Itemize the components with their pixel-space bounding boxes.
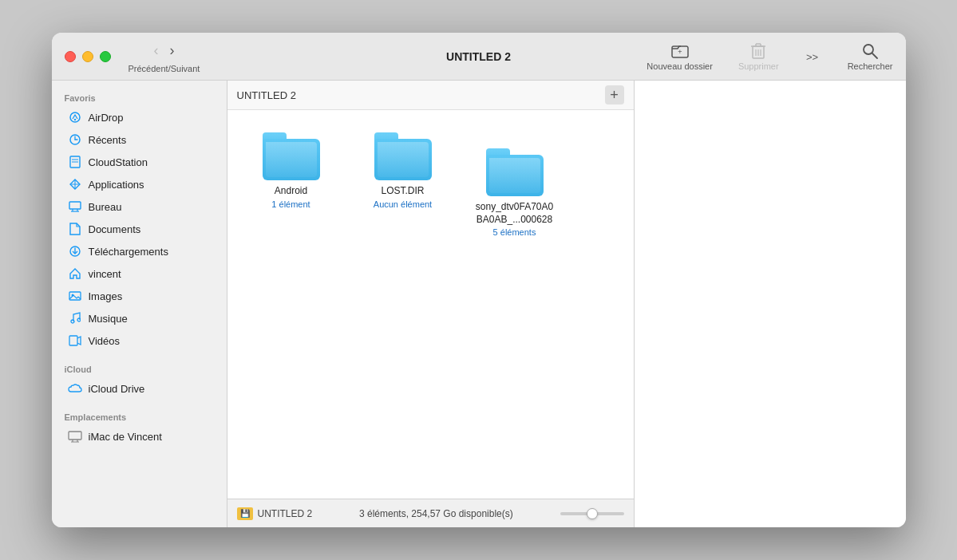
- sidebar-item-recents[interactable]: Récents: [55, 128, 223, 151]
- svg-line-12: [872, 53, 877, 58]
- downloads-icon: [68, 244, 82, 258]
- search-label: Rechercher: [848, 61, 893, 71]
- status-left: 💾 UNTITLED 2: [237, 507, 313, 520]
- search-icon: [861, 42, 879, 60]
- new-folder-action[interactable]: + Nouveau dossier: [647, 42, 713, 71]
- sidebar-item-musique[interactable]: Musique: [55, 307, 223, 329]
- sidebar-item-bureau[interactable]: Bureau: [55, 195, 223, 218]
- sidebar-item-imac[interactable]: iMac de Vincent: [55, 425, 223, 448]
- minimize-button[interactable]: [82, 51, 93, 62]
- icloud-icon: [68, 381, 82, 396]
- close-button[interactable]: [65, 51, 76, 62]
- main-area: Favoris AirDrop Récents CloudSta: [52, 81, 906, 527]
- trash-icon: [751, 42, 765, 60]
- more-icon: >>: [805, 48, 822, 65]
- cloudstation-label: CloudStation: [89, 156, 148, 168]
- home-icon: [68, 266, 82, 281]
- volume-name: UNTITLED 2: [258, 508, 313, 519]
- sidebar-item-airdrop[interactable]: AirDrop: [55, 106, 223, 128]
- file-item-lostdir[interactable]: LOST.DIR Aucun élément: [355, 126, 451, 243]
- svg-rect-29: [69, 292, 81, 300]
- videos-label: Vidéos: [89, 335, 121, 347]
- sidebar-item-icloud-drive[interactable]: iCloud Drive: [55, 377, 223, 400]
- bureau-label: Bureau: [89, 201, 122, 213]
- android-name: Android: [275, 185, 307, 198]
- imac-icon: [68, 429, 82, 444]
- videos-icon: [68, 333, 82, 348]
- svg-point-11: [864, 45, 873, 54]
- icloud-drive-label: iCloud Drive: [89, 383, 145, 395]
- more-action[interactable]: >>: [805, 48, 822, 65]
- images-label: Images: [89, 290, 123, 302]
- back-button[interactable]: ‹: [148, 39, 163, 62]
- zoom-slider[interactable]: [560, 512, 624, 515]
- music-icon: [68, 311, 82, 325]
- fullscreen-button[interactable]: [100, 51, 111, 62]
- delete-action[interactable]: Supprimer: [738, 42, 779, 71]
- musique-label: Musique: [89, 313, 128, 325]
- content-header: UNTITLED 2 +: [227, 81, 634, 110]
- file-item-android[interactable]: Android 1 élément: [243, 126, 339, 243]
- svg-text:>>: >>: [806, 51, 818, 63]
- svg-point-14: [73, 119, 75, 120]
- desktop-icon: [68, 199, 82, 214]
- icloud-header: iCloud: [52, 358, 227, 377]
- toolbar: ‹ › Précédent/Suivant UNTITLED 2 + Nouve…: [52, 33, 906, 81]
- breadcrumb-text: UNTITLED 2: [237, 89, 296, 101]
- lostdir-name: LOST.DIR: [381, 185, 424, 198]
- delete-label: Supprimer: [738, 61, 779, 71]
- traffic-lights: [65, 51, 111, 62]
- applications-label: Applications: [89, 179, 144, 191]
- svg-point-32: [77, 318, 81, 321]
- content-area: UNTITLED 2 + Android 1 élément: [227, 81, 634, 527]
- status-info: 3 éléments, 254,57 Go disponible(s): [359, 508, 513, 519]
- favorites-header: Favoris: [52, 87, 227, 106]
- status-bar: 💾 UNTITLED 2 3 éléments, 254,57 Go dispo…: [227, 499, 634, 527]
- cloudstation-icon: [68, 155, 82, 169]
- new-folder-label: Nouveau dossier: [647, 61, 713, 71]
- sidebar-item-telechargements[interactable]: Téléchargements: [55, 240, 223, 262]
- toolbar-title-group: UNTITLED 2: [446, 50, 511, 63]
- status-right: [560, 512, 624, 515]
- locations-header: Emplacements: [52, 406, 227, 425]
- add-button[interactable]: +: [605, 85, 624, 105]
- usb-drive-icon: 💾: [237, 507, 253, 520]
- finder-window: ‹ › Précédent/Suivant UNTITLED 2 + Nouve…: [52, 33, 906, 527]
- sony-meta: 5 éléments: [493, 227, 536, 237]
- airdrop-icon: [68, 110, 82, 124]
- sidebar: Favoris AirDrop Récents CloudSta: [52, 81, 227, 527]
- recents-icon: [68, 132, 82, 147]
- file-item-sony[interactable]: sony_dtv0FA70A0BA0AB_...000628 5 élément…: [467, 142, 563, 243]
- forward-button[interactable]: ›: [164, 39, 179, 62]
- sidebar-item-images[interactable]: Images: [55, 285, 223, 307]
- folder-icon-sony: [486, 148, 544, 196]
- sidebar-item-documents[interactable]: Documents: [55, 218, 223, 240]
- lostdir-meta: Aucun élément: [374, 199, 432, 209]
- folder-icon-lostdir: [374, 132, 432, 180]
- right-pane: [635, 81, 906, 527]
- svg-rect-34: [69, 432, 81, 440]
- nav-label: Précédent/Suivant: [129, 64, 200, 73]
- documents-label: Documents: [89, 223, 141, 235]
- apps-icon: [68, 177, 82, 191]
- sidebar-item-vincent[interactable]: vincent: [55, 262, 223, 285]
- file-grid: Android 1 élément LOST.DIR Aucun élément: [227, 110, 634, 499]
- svg-rect-33: [69, 336, 77, 345]
- docs-icon: [68, 222, 82, 236]
- new-folder-icon: +: [671, 42, 689, 60]
- airdrop-label: AirDrop: [89, 112, 124, 124]
- search-action[interactable]: Rechercher: [848, 42, 893, 71]
- vincent-label: vincent: [89, 268, 121, 280]
- imac-label: iMac de Vincent: [89, 431, 162, 443]
- svg-rect-23: [69, 202, 81, 209]
- svg-text:+: +: [678, 48, 682, 56]
- sidebar-item-videos[interactable]: Vidéos: [55, 329, 223, 352]
- photos-icon: [68, 289, 82, 303]
- svg-point-31: [71, 320, 74, 323]
- sidebar-item-applications[interactable]: Applications: [55, 173, 223, 195]
- telechargements-label: Téléchargements: [89, 246, 168, 258]
- zoom-thumb[interactable]: [587, 508, 598, 519]
- toolbar-actions: + Nouveau dossier Supprimer: [647, 42, 892, 71]
- recents-label: Récents: [89, 134, 127, 146]
- sidebar-item-cloudstation[interactable]: CloudStation: [55, 151, 223, 173]
